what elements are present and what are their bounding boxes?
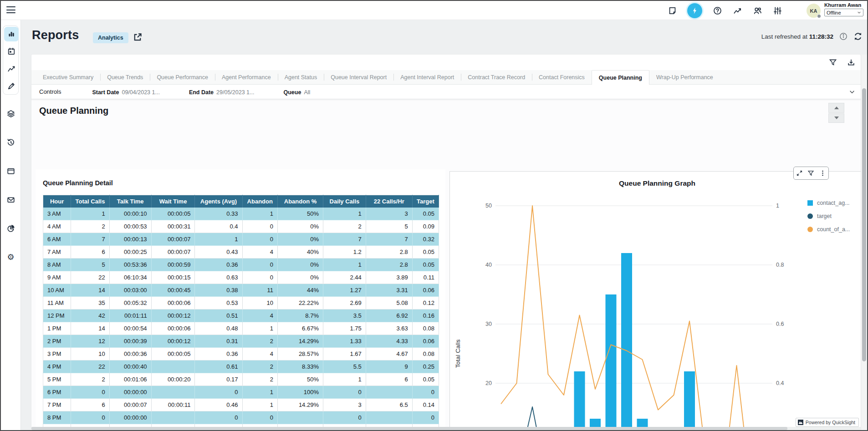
table-cell: 00:53:36 [109,259,151,271]
tab-queue-trends[interactable]: Queue Trends [100,70,150,84]
filter-icon[interactable] [829,58,837,66]
table-cell: 1 [323,259,366,271]
sidebar-item-mail[interactable] [4,193,18,207]
refresh-icon[interactable] [853,32,863,41]
table-row[interactable]: 6 AM700:00:1300:00:07100%770.32 [43,233,439,246]
column-header[interactable]: Daily Calls [323,195,366,208]
report-tabs: Executive SummaryQueue TrendsQueue Perfo… [31,70,861,85]
table-cell: 00:00:36 [109,348,151,360]
tab-agent-interval-report[interactable]: Agent Interval Report [393,70,461,84]
table-row[interactable]: 9 AM2206:10:3400:00:150.6300%2.443.890.1… [43,271,439,284]
tab-executive-summary[interactable]: Executive Summary [36,70,100,84]
expand-icon[interactable] [796,170,803,177]
table-row[interactable]: 11 AM3500:05:3200:00:060.531022.22%2.695… [43,297,439,309]
table-cell: 00:00:07 [109,399,151,411]
tab-queue-planning[interactable]: Queue Planning [592,70,649,85]
horizontal-scrollbar-thumb[interactable] [31,427,787,430]
tab-contact-forensics[interactable]: Contact Forensics [532,70,592,84]
sidebar-item-reports[interactable] [4,27,19,41]
table-row[interactable]: 4 PM2200:00:400.6128.33%5.590.25 [43,360,439,373]
sidebar-item-settings[interactable]: ⚙ [4,250,18,264]
table-row[interactable]: 5 PM200:01:0600:00:200.17250%160.05 [43,373,439,386]
tab-contract-trace-record[interactable]: Contract Trace Record [461,70,532,84]
table-cell: 0.36 [195,348,242,360]
tab-agent-status[interactable]: Agent Status [278,70,324,84]
column-header[interactable]: Wait Time [151,195,195,208]
filter-queue[interactable]: QueueAll [283,89,310,96]
metrics-icon[interactable] [732,5,742,15]
sidebar-item-window[interactable] [4,164,18,178]
table-cell: 00:00:07 [151,233,195,246]
queue-planning-table[interactable]: HourTotal CallsTalk TimeWait TimeAgents … [43,195,439,430]
info-icon[interactable] [839,32,848,41]
table-row[interactable]: 6 PM000:00:0001100%00 [43,386,439,399]
notes-icon[interactable] [667,5,677,15]
tab-queue-performance[interactable]: Queue Performance [150,70,215,84]
horizontal-scrollbar[interactable] [31,427,861,430]
tab-wrap-up-performance[interactable]: Wrap-Up Performance [649,70,720,84]
table-cell: 0.14 [412,399,439,411]
table-row[interactable]: 7 AM600:00:2500:00:070.43440%1.22.80.05 [43,246,439,259]
table-row[interactable]: 7 PM600:00:0700:00:110.46114.29%36.50.14 [43,399,439,411]
column-header[interactable]: Target [412,195,439,208]
vertical-scrollbar-thumb[interactable] [862,88,866,361]
table-row[interactable]: 3 PM1000:00:3600:00:050.36428.57%1.674.6… [43,348,439,360]
column-header[interactable]: Talk Time [109,195,151,208]
scroll-down-button[interactable] [828,113,844,123]
table-row[interactable]: 4 AM200:00:5300:00:310.400%250.09 [43,220,439,233]
column-header[interactable]: Abandon [242,195,278,208]
table-row[interactable]: 8 PM000:00:000000 [43,411,439,424]
table-row[interactable]: 10 AM1400:03:0000:00:450.381144%1.273.31… [43,284,439,297]
sliders-icon[interactable] [772,5,782,15]
table-row[interactable]: 8 AM500:53:3600:00:590.3600%12.80.05 [43,259,439,271]
vertical-scrollbar[interactable] [861,55,867,430]
chart-visual-card: Queue Planning Graph10203040500.20.40.60… [449,171,861,430]
table-row[interactable]: 1 PM1400:00:5400:00:060.4816.67%1.753.63… [43,322,439,335]
table-row[interactable]: 3 AM100:00:1000:00:050.33150%130.05 [43,208,439,220]
queue-planning-chart[interactable]: Queue Planning Graph10203040500.20.40.60… [450,172,861,430]
table-cell: 0 [195,411,242,424]
table-cell: 1 [71,208,110,220]
column-header[interactable]: Agents (Avg) [195,195,242,208]
hamburger-menu-icon[interactable] [6,6,15,14]
table-cell: 6 PM [43,386,71,399]
kebab-menu-icon[interactable] [819,170,826,177]
bolt-icon[interactable] [687,3,702,18]
tab-queue-interval-report[interactable]: Queue Interval Report [324,70,393,84]
table-cell: 8.7% [278,309,323,322]
filter-start-date[interactable]: Start Date09/04/2023 1... [92,89,159,96]
sidebar-item-pie[interactable] [4,221,18,236]
table-row[interactable]: 2 PM1200:00:3900:00:120.31214.29%1.334.3… [43,335,439,348]
filter-end-date[interactable]: End Date29/05/2023 1... [189,89,255,96]
sidebar-item-calendar[interactable] [4,44,19,59]
download-icon[interactable] [847,58,855,66]
sheet-scroll-spinner [828,103,844,123]
user-status-select[interactable]: Offline [824,9,863,16]
scroll-up-button[interactable] [828,103,844,113]
table-cell: 0 [71,386,110,399]
users-icon[interactable] [752,5,762,15]
sidebar-item-design[interactable] [4,79,19,93]
chevron-down-icon[interactable] [849,89,855,95]
sidebar-item-history[interactable] [4,135,18,150]
tab-agent-performance[interactable]: Agent Performance [215,70,278,84]
table-cell: 00:00:00 [109,411,151,424]
column-header[interactable]: Total Calls [71,195,110,208]
column-header[interactable]: 22 Calls/Hr [366,195,412,208]
external-link-icon[interactable] [133,32,143,42]
table-cell: 4 PM [43,360,71,373]
table-row[interactable]: 12 PM4200:01:1100:00:120.5148.7%3.56.920… [43,309,439,322]
table-cell: 00:00:10 [109,208,151,220]
avatar[interactable]: KA [807,4,821,18]
column-header[interactable]: Abandon % [278,195,323,208]
sidebar-item-trends[interactable] [4,61,19,76]
filter-icon[interactable] [807,170,814,177]
table-cell: 3 [323,399,366,411]
table-cell: 0.06 [412,284,439,297]
sidebar-item-layers[interactable] [4,106,18,121]
table-cell: 0 [242,259,278,271]
table-cell: 3 [366,208,412,220]
help-icon[interactable] [712,5,722,15]
column-header[interactable]: Hour [43,195,71,208]
table-cell: 2.8 [366,259,412,271]
